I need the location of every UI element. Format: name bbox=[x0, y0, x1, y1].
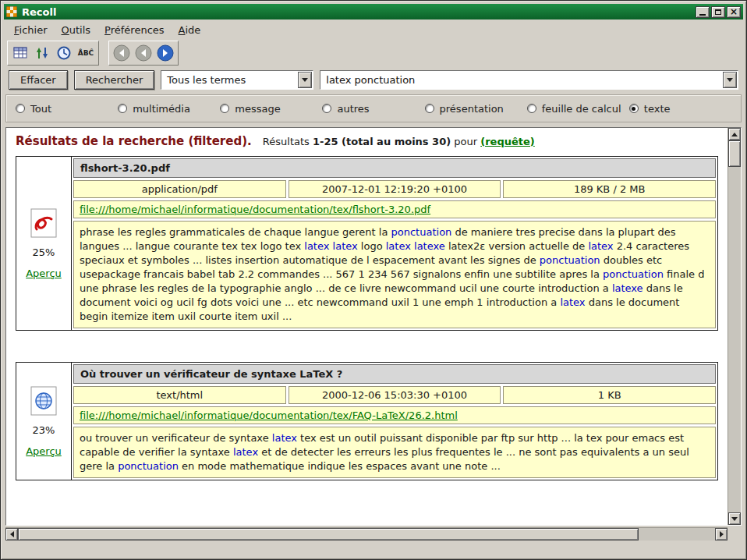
horizontal-scrollbar-thumb[interactable] bbox=[18, 528, 639, 541]
html-document-icon bbox=[30, 386, 57, 418]
results-list: 25%Aperçuflshort-3.20.pdfapplication/pdf… bbox=[14, 156, 721, 480]
filter-label-feuille-de-calcul: feuille de calcul bbox=[542, 103, 621, 115]
preview-link[interactable]: Aperçu bbox=[26, 268, 62, 279]
window-title: Recoll bbox=[22, 6, 56, 18]
radio-presentation[interactable] bbox=[425, 104, 434, 113]
toolbar: ÂBĈ bbox=[4, 40, 743, 66]
scroll-down-button[interactable] bbox=[728, 512, 741, 525]
nav-first-icon bbox=[113, 44, 130, 62]
radio-multimedia[interactable] bbox=[118, 104, 127, 113]
radio-feuille-de-calcul[interactable] bbox=[527, 104, 536, 113]
minimize-button[interactable] bbox=[696, 6, 710, 18]
spellcheck-abc-icon: ÂBĈ bbox=[78, 49, 94, 57]
search-bar: Effacer Rechercher Tous les termes bbox=[4, 66, 743, 93]
result-title: flshort-3.20.pdf bbox=[73, 158, 716, 178]
maximize-button[interactable] bbox=[711, 6, 725, 18]
result-meta-row: text/html2000-12-06 15:03:30 +01001 KB bbox=[73, 386, 716, 404]
result-url-link[interactable]: file:///home/michael/informatique/docume… bbox=[80, 204, 430, 215]
filter-option-multimedia[interactable]: multimédia bbox=[118, 103, 220, 115]
radio-message[interactable] bbox=[220, 104, 229, 113]
filter-option-tout[interactable]: Tout bbox=[16, 103, 118, 115]
close-icon: × bbox=[730, 7, 738, 16]
term-explorer-button[interactable]: ÂBĈ bbox=[76, 43, 96, 63]
filter-label-presentation: présentation bbox=[440, 103, 504, 115]
result-size: 1 KB bbox=[503, 386, 716, 404]
results-pour: pour bbox=[454, 136, 477, 147]
snippet-text: en mode mathematique indique les espaces… bbox=[179, 460, 501, 472]
query-table-button[interactable] bbox=[10, 43, 30, 63]
vertical-scrollbar-track[interactable] bbox=[728, 167, 741, 512]
radio-tout[interactable] bbox=[16, 104, 25, 113]
search-mode-dropdown-button[interactable] bbox=[298, 72, 312, 88]
clear-button[interactable]: Effacer bbox=[9, 70, 68, 90]
recoll-window: Recoll × FichierOutilsPréférencesAide bbox=[0, 0, 747, 560]
scroll-up-button[interactable] bbox=[728, 128, 741, 140]
radio-autres[interactable] bbox=[322, 104, 331, 113]
results-area: Résultats de la recherche (filtered). Ré… bbox=[5, 127, 742, 526]
result-mime: text/html bbox=[73, 386, 286, 404]
nav-prev-icon bbox=[135, 44, 152, 62]
window-controls: × bbox=[696, 6, 741, 18]
highlighted-term: latex bbox=[272, 432, 297, 444]
filter-label-multimedia: multimédia bbox=[133, 103, 190, 115]
menu-item-outils[interactable]: Outils bbox=[55, 22, 98, 38]
preview-link[interactable]: Aperçu bbox=[26, 445, 62, 457]
horizontal-scrollbar-track[interactable] bbox=[639, 528, 715, 541]
snippet-text: phrase les regles grammaticales de chaqu… bbox=[80, 226, 391, 238]
arrow-left-icon bbox=[10, 531, 14, 537]
result-meta-row: application/pdf2007-12-01 12:19:20 +0100… bbox=[73, 180, 716, 198]
vertical-scrollbar[interactable] bbox=[728, 128, 741, 525]
result-left-column: 23%Aperçu bbox=[16, 363, 71, 480]
vertical-scrollbar-thumb[interactable] bbox=[728, 140, 741, 167]
result-mime: application/pdf bbox=[73, 180, 286, 198]
menu-item-aide[interactable]: Aide bbox=[172, 22, 208, 38]
query-combobox[interactable] bbox=[320, 70, 738, 90]
scroll-left-button[interactable] bbox=[5, 528, 18, 541]
query-input[interactable] bbox=[320, 71, 723, 89]
result-item-2: 23%AperçuOù trouver un vérificateur de s… bbox=[16, 362, 718, 480]
history-button[interactable] bbox=[54, 43, 74, 63]
toolbar-group-nav bbox=[108, 41, 179, 66]
menubar: FichierOutilsPréférencesAide bbox=[4, 19, 743, 40]
minimize-icon bbox=[699, 14, 706, 16]
nav-prev-button[interactable] bbox=[133, 43, 154, 63]
maximize-icon bbox=[715, 9, 721, 15]
update-index-button[interactable] bbox=[32, 43, 52, 63]
highlighted-term: ponctuation bbox=[118, 460, 179, 472]
window-bottom-frame bbox=[4, 541, 743, 556]
update-index-arrows-icon bbox=[34, 45, 50, 61]
pdf-document-icon bbox=[30, 208, 57, 240]
result-url-link[interactable]: file:///home/michael/informatique/docume… bbox=[80, 409, 458, 421]
results-header: Résultats de la recherche (filtered). Ré… bbox=[16, 134, 721, 148]
snippet-text: logo bbox=[358, 240, 386, 252]
highlighted-term: latex latexe bbox=[386, 240, 445, 252]
nav-first-button[interactable] bbox=[112, 43, 132, 63]
scroll-right-button[interactable] bbox=[715, 528, 728, 541]
filter-label-autres: autres bbox=[337, 103, 369, 115]
highlighted-term: latex bbox=[233, 446, 258, 458]
arrow-down-icon bbox=[731, 517, 738, 521]
result-left-column: 25%Aperçu bbox=[16, 157, 71, 330]
filter-option-message[interactable]: message bbox=[220, 103, 322, 115]
filter-option-presentation[interactable]: présentation bbox=[425, 103, 527, 115]
query-details-link[interactable]: (requête) bbox=[480, 136, 535, 147]
horizontal-scrollbar[interactable] bbox=[5, 527, 728, 541]
filter-option-feuille-de-calcul[interactable]: feuille de calcul bbox=[527, 103, 629, 115]
nav-next-button[interactable] bbox=[155, 43, 175, 63]
menu-item-preferences[interactable]: Préférences bbox=[97, 22, 171, 38]
arrow-up-icon bbox=[731, 133, 738, 136]
highlighted-term: latexe bbox=[612, 282, 643, 294]
result-item-1: 25%Aperçuflshort-3.20.pdfapplication/pdf… bbox=[16, 156, 718, 331]
search-mode-combobox[interactable]: Tous les termes bbox=[161, 70, 313, 90]
titlebar[interactable]: Recoll × bbox=[4, 4, 743, 19]
search-button[interactable]: Rechercher bbox=[74, 70, 155, 90]
radio-texte[interactable] bbox=[629, 104, 639, 113]
menu-item-fichier[interactable]: Fichier bbox=[7, 22, 55, 38]
close-button[interactable]: × bbox=[727, 6, 741, 18]
filter-option-texte[interactable]: texte bbox=[629, 103, 731, 115]
filter-option-autres[interactable]: autres bbox=[322, 103, 424, 115]
result-date: 2007-12-01 12:19:20 +0100 bbox=[289, 180, 501, 198]
highlighted-term: latex latex bbox=[304, 240, 357, 252]
result-table: Où trouver un vérificateur de syntaxe La… bbox=[71, 363, 717, 480]
query-dropdown-button[interactable] bbox=[723, 72, 737, 88]
